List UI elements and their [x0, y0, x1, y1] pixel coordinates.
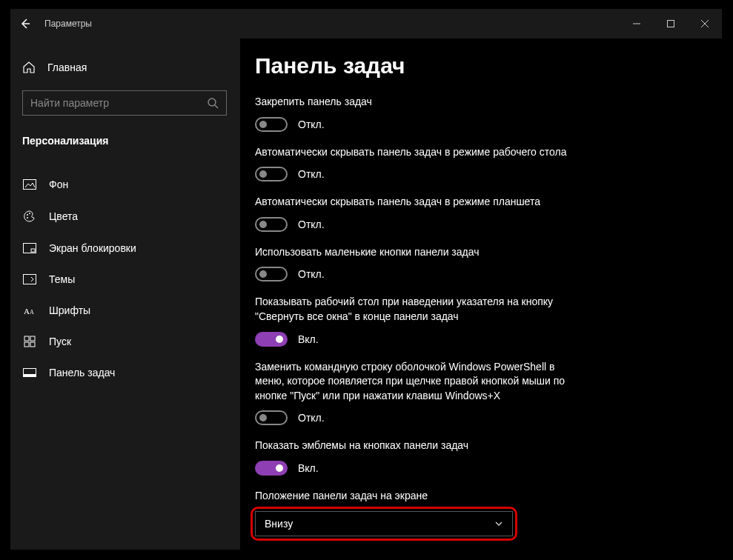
- svg-rect-16: [24, 374, 36, 377]
- setting-label: Заменить командную строку оболочкой Wind…: [255, 360, 574, 404]
- start-icon: [22, 336, 37, 347]
- toggle-switch[interactable]: [255, 461, 288, 476]
- toggle-switch[interactable]: [255, 217, 288, 232]
- sidebar-item-label: Фон: [49, 179, 68, 190]
- sidebar-item-lockscreen[interactable]: Экран блокировки: [10, 233, 240, 264]
- toggle-state: Откл.: [298, 268, 325, 280]
- sidebar-item-label: Пуск: [49, 336, 71, 347]
- setting-label: Показывать рабочий стол при наведении ук…: [255, 295, 574, 324]
- main-content: Панель задач Закрепить панель задачОткл.…: [240, 39, 722, 550]
- svg-rect-2: [24, 180, 36, 190]
- sidebar-item-label: Панель задач: [49, 367, 115, 379]
- toggle-state: Откл.: [298, 219, 325, 230]
- sidebar: Главная Найти параметр Персонализация Фо…: [10, 39, 240, 550]
- dropdown-value: Внизу: [265, 518, 293, 530]
- svg-point-4: [29, 213, 30, 214]
- taskbar-icon: [22, 368, 37, 377]
- sidebar-item-taskbar[interactable]: Панель задач: [10, 357, 240, 388]
- position-label: Положение панели задач на экране: [255, 489, 574, 504]
- setting-label: Использовать маленькие кнопки панели зад…: [255, 245, 574, 260]
- back-button[interactable]: [10, 9, 40, 39]
- sidebar-item-background[interactable]: Фон: [10, 169, 240, 200]
- home-label: Главная: [47, 61, 87, 73]
- picture-icon: [22, 179, 37, 190]
- svg-rect-7: [31, 249, 35, 252]
- palette-icon: [22, 210, 37, 223]
- svg-rect-11: [24, 336, 29, 341]
- toggle-switch[interactable]: [255, 267, 288, 281]
- toggle-state: Откл.: [298, 412, 325, 424]
- toggle-switch[interactable]: [255, 332, 288, 347]
- fonts-icon: AA: [22, 305, 37, 316]
- setting-label: Автоматически скрывать панель задач в ре…: [255, 195, 574, 210]
- toggle-switch[interactable]: [255, 410, 288, 425]
- lockscreen-icon: [22, 243, 37, 253]
- search-input[interactable]: Найти параметр: [22, 90, 227, 116]
- svg-text:A: A: [30, 309, 34, 316]
- sidebar-item-start[interactable]: Пуск: [10, 326, 240, 357]
- home-nav[interactable]: Главная: [10, 53, 240, 81]
- minimize-icon: [633, 20, 640, 27]
- sidebar-item-themes[interactable]: Темы: [10, 264, 240, 295]
- toggle-state: Вкл.: [298, 333, 319, 345]
- home-icon: [22, 61, 36, 74]
- window-controls: [620, 9, 722, 39]
- svg-point-3: [27, 214, 28, 216]
- sidebar-category: Персонализация: [10, 126, 240, 156]
- toggle-state: Откл.: [298, 119, 325, 130]
- settings-window: Параметры Главная Найти параме: [10, 9, 722, 550]
- svg-point-1: [208, 99, 216, 106]
- sidebar-item-colors[interactable]: Цвета: [10, 200, 240, 233]
- sidebar-item-label: Экран блокировки: [49, 242, 136, 254]
- svg-rect-8: [24, 275, 36, 284]
- arrow-left-icon: [19, 18, 31, 30]
- setting-label: Показать эмблемы на кнопках панели задач: [255, 439, 574, 453]
- chevron-down-icon: [494, 519, 503, 528]
- toggle-switch[interactable]: [255, 117, 288, 132]
- toggle-switch[interactable]: [255, 167, 288, 181]
- minimize-button[interactable]: [620, 9, 654, 39]
- sidebar-item-label: Цвета: [49, 210, 78, 222]
- setting-label: Закрепить панель задач: [255, 95, 574, 110]
- titlebar: Параметры: [10, 9, 722, 39]
- svg-rect-12: [30, 336, 35, 341]
- search-icon: [207, 97, 219, 109]
- maximize-icon: [667, 20, 674, 27]
- page-title: Панель задач: [255, 53, 707, 79]
- toggle-state: Вкл.: [298, 462, 319, 474]
- close-button[interactable]: [688, 9, 722, 39]
- search-placeholder: Найти параметр: [30, 97, 109, 109]
- svg-rect-0: [668, 21, 674, 27]
- close-icon: [701, 20, 709, 27]
- toggle-state: Откл.: [298, 168, 325, 180]
- svg-text:A: A: [24, 307, 30, 316]
- svg-point-5: [27, 217, 28, 219]
- sidebar-item-fonts[interactable]: AA Шрифты: [10, 295, 240, 326]
- setting-label: Автоматически скрывать панель задач в ре…: [255, 145, 574, 160]
- svg-rect-13: [24, 342, 29, 347]
- themes-icon: [22, 274, 37, 284]
- taskbar-position-dropdown[interactable]: Внизу: [255, 511, 513, 536]
- maximize-button[interactable]: [654, 9, 688, 39]
- svg-rect-14: [30, 342, 35, 347]
- sidebar-item-label: Темы: [49, 273, 75, 285]
- sidebar-item-label: Шрифты: [49, 304, 90, 316]
- window-title: Параметры: [44, 19, 92, 29]
